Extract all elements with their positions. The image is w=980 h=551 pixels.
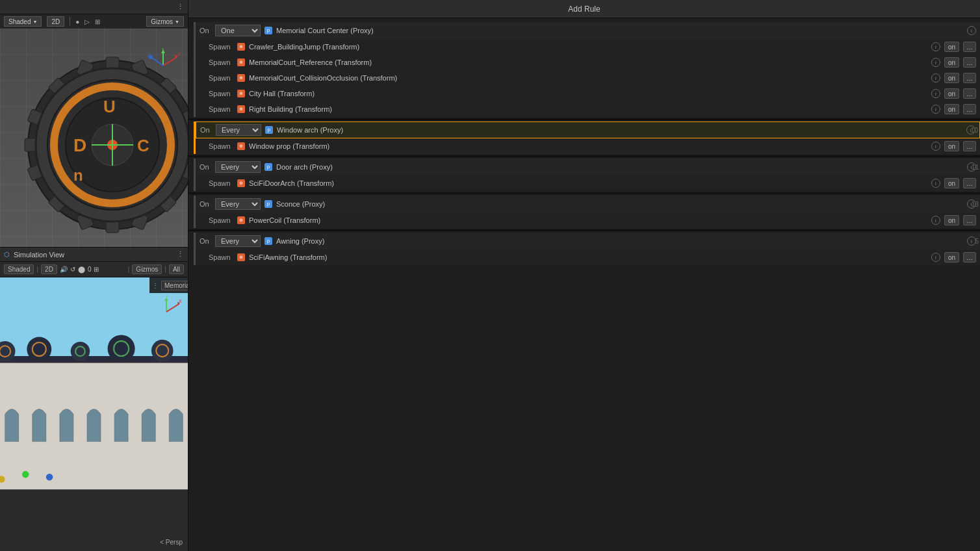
condition-select-11[interactable]: One Every Random (215, 161, 261, 173)
transform-icon-1-1: ⊕ (237, 43, 245, 51)
spawn-more-btn-10-1[interactable]: … (963, 141, 976, 151)
spawn-more-btn-1-2[interactable]: … (963, 57, 976, 68)
add-rule-button[interactable]: Add Rule (188, 0, 980, 18)
svg-line-31 (163, 57, 177, 66)
on-label-11: On (200, 163, 211, 171)
spawn-label-5-1: Spawn (209, 253, 233, 261)
spawn-on-btn-5-1[interactable]: on (944, 252, 959, 263)
sim-toolbar-icon-1[interactable]: 🔊 (60, 266, 68, 273)
shading-arrow-icon: ▼ (32, 19, 37, 24)
sim-panel-icon: ⬡ (4, 251, 10, 258)
spawn-info-1-4[interactable]: i (931, 89, 940, 98)
spawn-info-1-1[interactable]: i (931, 42, 940, 51)
spawn-info-11-1[interactable]: i (931, 179, 940, 188)
gizmos-dropdown[interactable]: Gizmos ▼ (146, 16, 184, 27)
spawn-label-1-4: Spawn (209, 90, 233, 97)
simulation-view-section: ⬡ Simulation View ⋮ Shaded | 2D 🔊 ↺ ⬤ 0 … (0, 248, 188, 551)
add-rule-label: Add Rule (568, 5, 600, 14)
rule-info-btn-1[interactable]: i (967, 26, 976, 35)
sequence-name-input[interactable] (161, 281, 188, 290)
spawn-label-1-5: Spawn (209, 105, 233, 113)
svg-text:n: n (73, 166, 83, 184)
condition-select-5[interactable]: One Every Random (215, 235, 261, 247)
spawn-more-btn-1-5[interactable]: … (963, 104, 976, 114)
proxy-name-13: Sconce (Proxy) (276, 200, 963, 208)
toolbar-icon-2[interactable]: ▷ (84, 18, 90, 25)
spawn-more-btn-5-1[interactable]: … (963, 252, 976, 263)
spawn-more-btn-1-3[interactable]: … (963, 73, 976, 83)
spawn-on-btn-10-1[interactable]: on (944, 141, 959, 151)
sim-gizmos-btn[interactable]: Gizmos (132, 264, 162, 274)
spawn-info-13-1[interactable]: i (931, 216, 940, 225)
rule-on-row-5: On One Every Random p Awning (Proxy) i 5 (196, 233, 980, 250)
rule-group-1: On One Every Random p Memorial Court Cen… (194, 22, 980, 117)
sim-all-btn[interactable]: All (169, 264, 184, 274)
spawn-info-10-1[interactable]: i (931, 142, 940, 151)
gizmos-label: Gizmos (151, 18, 173, 25)
spawn-more-btn-11-1[interactable]: … (963, 178, 976, 188)
spawn-on-btn-11-1[interactable]: on (944, 178, 959, 188)
sim-toolbar-icon-2[interactable]: ↺ (70, 266, 75, 273)
rule-number-5: 5 (975, 238, 979, 245)
sim-view-menu-btn[interactable]: ⋮ (177, 250, 184, 259)
simulation-view-toolbar: Shaded | 2D 🔊 ↺ ⬤ 0 ⊞ | Gizmos | All (0, 262, 188, 277)
spawn-row-1-1: Spawn ⊕ Crawler_BuildingJump (Transform)… (196, 39, 980, 55)
spawn-info-5-1[interactable]: i (931, 253, 940, 262)
spawn-info-1-3[interactable]: i (931, 73, 940, 83)
seq-dots-btn[interactable]: ⋮ (152, 282, 159, 289)
proxy-icon-13: p (264, 200, 272, 208)
proxy-icon-1: p (264, 27, 272, 34)
sim-toolbar-icon-3[interactable]: ⬤ (78, 266, 85, 273)
sim-shading-btn[interactable]: Shaded (4, 264, 34, 274)
proxy-icon-11: p (264, 163, 272, 171)
spawn-on-btn-1-2[interactable]: on (944, 57, 959, 68)
transform-name-13-1: PowerCoil (Transform) (249, 216, 927, 224)
spawn-more-btn-13-1[interactable]: … (963, 215, 976, 225)
transform-name-5-1: SciFiAwning (Transform) (249, 253, 927, 261)
proxy-icon-5: p (264, 237, 272, 245)
mode-2d-button[interactable]: 2D (47, 16, 64, 27)
viewport-toolbar: Shaded ▼ 2D ● ▷ ⊞ Gizmos ▼ (0, 14, 188, 29)
rule-on-row-11: On One Every Random p Door arch (Proxy) … (196, 159, 980, 175)
simulation-view-title: Simulation View (14, 251, 64, 259)
rule-number-13: 13 (972, 201, 979, 208)
toolbar-icon-3[interactable]: ⊞ (95, 18, 100, 25)
spawn-row-1-3: Spawn ⊕ MemorialCourt_CollisionOcclusion… (196, 70, 980, 86)
sim-toolbar-icon-5[interactable]: ⊞ (94, 266, 99, 273)
spawn-on-btn-1-1[interactable]: on (944, 42, 959, 52)
svg-point-55 (151, 340, 174, 362)
simulation-viewport: ⋮ ◀ ▶ ● ▷ ⏸ ↺ ⚙ (0, 277, 188, 551)
sim-mode-btn[interactable]: 2D (41, 264, 57, 274)
spawn-info-1-2[interactable]: i (931, 58, 940, 67)
hierarchy-menu-button[interactable]: ⋮ (177, 3, 184, 11)
spawn-on-btn-1-3[interactable]: on (944, 73, 959, 83)
sim-toolbar-icon-4[interactable]: 0 (88, 266, 92, 273)
spawn-more-btn-1-1[interactable]: … (963, 42, 976, 52)
rule-number-11: 11 (972, 164, 979, 171)
spawn-on-btn-1-4[interactable]: on (944, 88, 959, 99)
rule-divider-1 (188, 118, 980, 120)
condition-select-10[interactable]: One Every Random (216, 124, 261, 136)
condition-select-1[interactable]: One Every Random (215, 25, 261, 36)
spawn-info-1-5[interactable]: i (931, 105, 940, 114)
simulation-view-header: ⬡ Simulation View ⋮ (0, 248, 188, 262)
proxy-name-10: Window arch (Proxy) (277, 126, 962, 134)
sim-toolbar-sep: | (128, 266, 130, 273)
rule-group-5: On One Every Random p Awning (Proxy) i 5… (194, 233, 980, 265)
shading-dropdown[interactable]: Shaded ▼ (4, 16, 42, 27)
transform-icon-1-3: ⊕ (237, 74, 245, 82)
transform-name-1-4: City Hall (Transform) (249, 90, 927, 97)
spawn-on-btn-13-1[interactable]: on (944, 215, 959, 225)
condition-select-13[interactable]: One Every Random (215, 198, 261, 210)
spawn-row-10-1: Spawn ⊕ Window prop (Transform) i on … (196, 138, 980, 154)
svg-text:D: D (73, 135, 86, 155)
svg-text:Z: Z (148, 52, 151, 58)
on-label-10: On (200, 126, 212, 134)
svg-point-54 (108, 335, 135, 362)
svg-point-52 (27, 337, 51, 362)
spawn-row-5-1: Spawn ⊕ SciFiAwning (Transform) i on … (196, 250, 980, 265)
spawn-more-btn-1-4[interactable]: … (963, 88, 976, 99)
svg-point-53 (71, 342, 90, 361)
spawn-on-btn-1-5[interactable]: on (944, 104, 959, 114)
toolbar-icon-1[interactable]: ● (75, 18, 79, 25)
